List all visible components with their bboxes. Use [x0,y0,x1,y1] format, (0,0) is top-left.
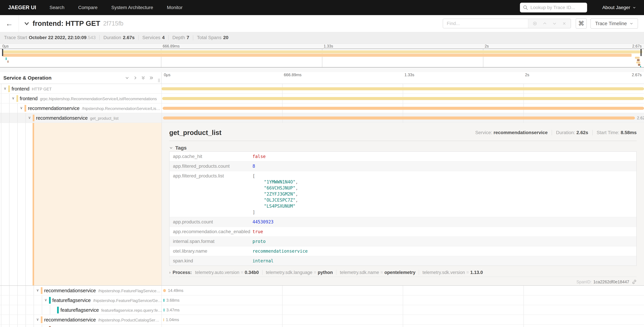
trace-overview: 0μs666.89ms1.33s2s2.67s [0,44,644,72]
double-chevron-right-icon [149,76,154,80]
nav-item-search[interactable]: Search [50,5,64,10]
tag-row: app.filtered_products.list["1YMWWN1N4O",… [170,171,636,217]
span-detail-panel: get_product_list Service: recommendation… [162,123,644,285]
tags-section-toggle[interactable]: Tags [169,144,636,152]
span-duration-bar[interactable] [163,107,644,110]
service-name: featureflagservice [60,307,99,313]
collapse-all-button[interactable] [141,76,146,80]
trace-header: ← frontend: HTTP GET 2f715fb ⌘ [0,15,644,32]
span-duration-bar[interactable] [163,289,166,292]
process-section-toggle[interactable]: › Process: telemetry.auto.version=0.34b0… [169,268,636,277]
tag-row: app.cache_hitfalse [170,152,636,162]
tag-key: otel.library.name [170,246,252,256]
nav-item-system-architecture[interactable]: System Architecture [111,5,153,10]
span-row[interactable]: ∨recommendationservice/hipstershop.Recom… [0,104,644,113]
span-duration-bar[interactable] [163,116,635,120]
row-collapse-chevron-icon[interactable]: ∨ [44,296,47,305]
ruler-tick-label: 2s [525,72,529,77]
find-input[interactable] [443,19,528,28]
span-detail-title: get_product_list [169,129,475,136]
search-icon [523,5,528,10]
minimap-span [640,66,641,67]
double-chevron-down-icon [141,76,146,80]
span-row[interactable]: ∨frontendgrpc.hipstershop.Recommendation… [0,94,644,104]
tag-value: 8 [252,162,636,171]
copy-link-button[interactable] [632,280,636,284]
minimap-span [635,57,640,59]
timeline-minimap[interactable] [0,49,644,68]
span-rows-top: ∨frontendHTTP GET∨frontendgrpc.hipstersh… [0,84,644,123]
tag-value: 44530923 [252,217,636,226]
about-jaeger-menu[interactable]: About Jaeger [602,5,636,10]
span-row[interactable] [0,325,644,327]
row-collapse-chevron-icon[interactable]: ∨ [36,286,39,295]
minimap-span [6,58,6,60]
span-row[interactable]: ∨featureflagservice/hipstershop.FeatureF… [0,296,644,305]
trace-view-selector[interactable]: Trace Timeline [590,18,638,29]
span-duration-bar[interactable] [164,308,164,312]
row-collapse-chevron-icon[interactable]: ∨ [20,104,23,113]
span-row[interactable]: ∨recommendationserviceget_product_list2.… [0,113,644,123]
trace-id-lookup [520,3,587,12]
span-duration-label: 1.04ms [166,315,179,324]
keyboard-shortcuts-button[interactable]: ⌘ [576,18,587,29]
ruler-tick-label: 2.67s [632,72,642,77]
service-color-bar [41,316,42,323]
row-collapse-chevron-icon[interactable]: ∨ [12,94,14,103]
prev-match-button[interactable] [542,21,547,26]
tag-key: app.filtered_products.list [170,171,252,217]
span-row[interactable]: featureflagservicefeatureflagservice.rep… [0,305,644,315]
minimap-span [637,59,640,61]
span-row[interactable]: ∨recommendationservice/hipstershop.Produ… [0,315,644,325]
process-entry: telemetry.auto.version=0.34b0 [195,270,259,275]
tag-row: otel.library.namerecommendationservice [170,246,636,256]
nav-item-compare[interactable]: Compare [78,5,98,10]
row-collapse-chevron-icon[interactable]: ∨ [4,84,6,93]
span-detail-row: get_product_list Service: recommendation… [0,123,644,286]
trace-id-lookup-input[interactable] [530,5,584,10]
span-duration-bar[interactable] [164,299,164,302]
tag-key: app.cache_hit [170,152,252,161]
minimap-left-handle[interactable] [2,49,3,56]
tag-key: app.products.count [170,217,252,226]
jaeger-logo[interactable]: JAEGER UI [8,4,36,10]
service-name: frontend [12,86,30,92]
nav-item-monitor[interactable]: Monitor [167,5,182,10]
service-color-bar [24,105,26,112]
span-row[interactable]: ∨frontendHTTP GET [0,84,644,94]
trace-collapse-toggle[interactable] [24,20,30,27]
minimap-span [8,60,8,63]
row-collapse-chevron-icon[interactable]: ∨ [36,315,39,324]
service-name: recommendationservice [36,115,88,121]
collapse-one-button[interactable] [125,76,129,80]
chevron-right-icon: › [169,270,170,275]
tag-row: internal.span.formatproto [170,237,636,246]
next-match-button[interactable] [552,21,557,26]
target-icon [532,21,537,26]
service-name: recommendationservice [28,106,80,111]
row-collapse-chevron-icon[interactable]: ∨ [28,113,31,122]
minimap-right-handle[interactable] [640,49,642,56]
focus-match-button[interactable] [532,21,537,26]
back-button[interactable]: ← [0,15,19,32]
clear-find-button[interactable] [562,21,566,26]
tag-key: span.kind [170,256,252,266]
service-color-bar [49,297,51,304]
column-resize-grip[interactable] [158,78,160,82]
process-entry: telemetry.sdk.language=python [266,270,333,275]
tag-value: internal [252,256,636,266]
minimap-ruler: 0μs666.89ms1.33s2s2.67s [0,44,644,49]
selected-span-accent [32,123,34,285]
span-row[interactable]: ∨recommendationservice/hipstershop.Featu… [0,286,644,296]
timeline-ruler: 0μs666.89ms1.33s2s2.67s [162,72,644,84]
chevron-down-icon [125,76,129,80]
expand-all-button[interactable] [149,76,154,80]
span-duration-bar[interactable] [162,87,644,90]
expand-one-button[interactable] [133,76,137,80]
chevron-down-icon [24,20,30,27]
operation-name: get_product_list [90,116,118,120]
top-nav: JAEGER UI Search Compare System Architec… [0,0,644,15]
span-duration-bar[interactable] [162,97,644,100]
span-duration-bar[interactable] [163,318,164,321]
service-color-bar [33,115,34,121]
